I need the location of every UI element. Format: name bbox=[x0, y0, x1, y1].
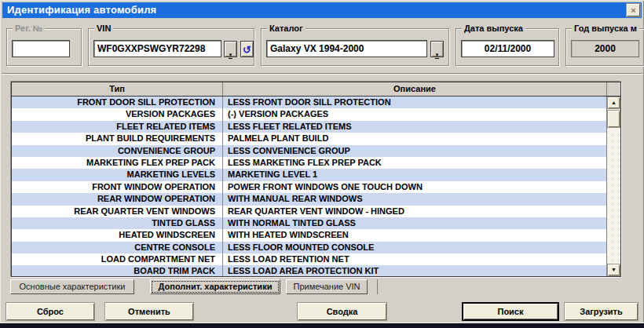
table-row[interactable]: LOAD COMPARTMENT NETLESS LOAD RETENTION … bbox=[12, 253, 606, 265]
group-reg-number: Рег. № bbox=[6, 28, 82, 66]
cell-type: REAR QUARTER VENT WINDOWS bbox=[12, 206, 223, 217]
group-model-year: Год выпуска м bbox=[565, 28, 644, 66]
arrow-down-icon: ▼ bbox=[611, 267, 617, 272]
issue-date-input[interactable] bbox=[461, 40, 554, 57]
cell-type: FLEET RELATED ITEMS bbox=[12, 121, 223, 133]
group-vin: VIN ▼ ↺ bbox=[88, 28, 254, 66]
divider bbox=[2, 73, 642, 75]
arrow-up-icon: ▲ bbox=[611, 100, 617, 105]
vin-label: VIN bbox=[94, 24, 113, 33]
vertical-scrollbar[interactable]: ▲ ▼ bbox=[606, 97, 620, 276]
vin-undo-button[interactable]: ↺ bbox=[240, 41, 254, 57]
table-header: Тип Описание bbox=[12, 82, 620, 97]
group-catalog: Каталог ▼ bbox=[261, 28, 449, 66]
cell-description: WITH MANUAL REAR WINDOWS bbox=[223, 193, 606, 205]
vin-input[interactable] bbox=[93, 40, 221, 57]
undo-icon: ↺ bbox=[243, 44, 251, 56]
cell-description: (-) VERSION PACKAGES bbox=[223, 108, 606, 120]
model-year-field bbox=[571, 40, 639, 57]
table-row[interactable]: PLANT BUILD REQUIREMENTSPALMELA PLANT BU… bbox=[12, 133, 606, 144]
summary-button[interactable]: Сводка bbox=[297, 302, 387, 321]
cell-description: LESS FLOOR MOUNTED CONSOLE bbox=[223, 242, 606, 253]
cancel-button[interactable]: Отменить bbox=[104, 302, 194, 321]
cell-type: PLANT BUILD REQUIREMENTS bbox=[12, 133, 223, 144]
column-header-scroll-spacer bbox=[607, 82, 620, 96]
table-row[interactable]: CENTRE CONSOLELESS FLOOR MOUNTED CONSOLE bbox=[12, 242, 606, 253]
search-button[interactable]: Поиск bbox=[462, 302, 559, 321]
cell-description: WITH HEATED WINDSCREEN bbox=[223, 229, 606, 241]
column-header-type: Тип bbox=[12, 82, 223, 96]
column-header-description: Описание bbox=[223, 82, 607, 96]
chevron-down-icon: ▼ bbox=[229, 53, 233, 59]
group-issue-date: Дата выпуска bbox=[456, 28, 559, 66]
cell-type: FRONT WINDOW OPERATION bbox=[12, 181, 223, 193]
catalog-input[interactable] bbox=[266, 40, 427, 57]
table-row[interactable]: MARKETING LEVELSMARKETING LEVEL 1 bbox=[12, 169, 606, 180]
cell-description: WITH NORMAL TINTED GLASS bbox=[223, 217, 606, 229]
cell-type: LOAD COMPARTMENT NET bbox=[12, 253, 223, 265]
vin-dropdown-button[interactable]: ▼ bbox=[224, 41, 237, 57]
reg-number-input[interactable] bbox=[12, 40, 70, 57]
tab-bar: Основные характеристикиДополнит. характе… bbox=[10, 279, 378, 294]
table-row[interactable]: HEATED WINDSCREENWITH HEATED WINDSCREEN bbox=[12, 229, 606, 241]
close-button[interactable]: × bbox=[627, 4, 640, 16]
title-bar[interactable]: Идентификация автомобиля × bbox=[2, 2, 642, 18]
table-row[interactable]: BOARD TRIM PACKLESS LOAD AREA PROTECTION… bbox=[12, 265, 606, 276]
reset-button[interactable]: Сброс bbox=[5, 302, 95, 321]
reg-number-label: Рег. № bbox=[13, 24, 45, 33]
table-row[interactable]: MARKETING FLEX PREP PACKLESS MARKETING F… bbox=[12, 157, 606, 169]
table-row[interactable]: REAR WINDOW OPERATIONWITH MANUAL REAR WI… bbox=[12, 193, 606, 205]
table-row[interactable]: FLEET RELATED ITEMSLESS FLEET RELATED IT… bbox=[12, 121, 606, 133]
cell-description: POWER FRONT WINDOWS ONE TOUCH DOWN bbox=[223, 181, 606, 193]
table-row[interactable]: TINTED GLASSWITH NORMAL TINTED GLASS bbox=[12, 217, 606, 229]
cell-description: LESS CONVENIENCE GROUP bbox=[223, 145, 606, 157]
table-body: FRONT DOOR SILL PROTECTIONLESS FRONT DOO… bbox=[12, 97, 606, 276]
cell-description: LESS LOAD AREA PROTECTION KIT bbox=[223, 265, 606, 276]
cell-description: LESS FLEET RELATED ITEMS bbox=[223, 121, 606, 133]
table-row[interactable]: FRONT WINDOW OPERATIONPOWER FRONT WINDOW… bbox=[12, 181, 606, 193]
cell-type: CONVENIENCE GROUP bbox=[12, 145, 223, 157]
catalog-label: Каталог bbox=[267, 24, 306, 33]
tab-additional[interactable]: Дополнит. характеристики bbox=[150, 279, 280, 294]
table-row[interactable]: REAR QUARTER VENT WINDOWSREAR QUARTER VE… bbox=[12, 206, 606, 217]
scroll-up-button[interactable]: ▲ bbox=[607, 97, 620, 109]
cell-type: MARKETING LEVELS bbox=[12, 169, 223, 180]
cell-description: MARKETING LEVEL 1 bbox=[223, 169, 606, 180]
cell-type: TINTED GLASS bbox=[12, 217, 223, 229]
cell-description: PALMELA PLANT BUILD bbox=[223, 133, 606, 144]
dialog-window: Идентификация автомобиля × Рег. № VIN ▼ … bbox=[0, 0, 644, 328]
cell-type: MARKETING FLEX PREP PACK bbox=[12, 157, 223, 169]
cell-type: BOARD TRIM PACK bbox=[12, 265, 223, 276]
window-title: Идентификация автомобиля bbox=[7, 4, 156, 16]
tab-strip-edge bbox=[377, 279, 378, 294]
scrollbar-thumb[interactable] bbox=[607, 110, 620, 128]
scroll-down-button[interactable]: ▼ bbox=[607, 264, 620, 276]
window-bottom-edge bbox=[0, 323, 644, 328]
issue-date-label: Дата выпуска bbox=[462, 24, 525, 33]
catalog-dropdown-button[interactable]: ▼ bbox=[430, 41, 444, 57]
table-row[interactable]: VERSION PACKAGES(-) VERSION PACKAGES bbox=[12, 108, 606, 120]
model-year-label: Год выпуска м bbox=[572, 24, 639, 33]
cell-type: FRONT DOOR SILL PROTECTION bbox=[12, 97, 223, 108]
load-button[interactable]: Загрузить bbox=[564, 302, 639, 321]
cell-description: REAR QUARTER VENT WINDOW - HINGED bbox=[223, 206, 606, 217]
cell-type: VERSION PACKAGES bbox=[12, 108, 223, 120]
button-bar: СбросОтменитьСводкаПоискЗагрузить bbox=[0, 302, 644, 321]
table-row[interactable]: FRONT DOOR SILL PROTECTIONLESS FRONT DOO… bbox=[12, 97, 606, 108]
tab-basic[interactable]: Основные характеристики bbox=[10, 279, 134, 294]
chevron-down-icon: ▼ bbox=[435, 53, 440, 59]
close-icon: × bbox=[631, 5, 636, 15]
cell-type: HEATED WINDSCREEN bbox=[12, 229, 223, 241]
cell-type: REAR WINDOW OPERATION bbox=[12, 193, 223, 205]
table-row[interactable]: CONVENIENCE GROUPLESS CONVENIENCE GROUP bbox=[12, 145, 606, 157]
cell-type: CENTRE CONSOLE bbox=[12, 242, 223, 253]
cell-description: LESS MARKETING FLEX PREP PACK bbox=[223, 157, 606, 169]
characteristics-table: Тип Описание FRONT DOOR SILL PROTECTIONL… bbox=[11, 82, 621, 277]
cell-description: LESS LOAD RETENTION NET bbox=[223, 253, 606, 265]
tab-vin-note[interactable]: Примечание VIN bbox=[286, 279, 368, 294]
cell-description: LESS FRONT DOOR SILL PROTECTION bbox=[223, 97, 606, 108]
